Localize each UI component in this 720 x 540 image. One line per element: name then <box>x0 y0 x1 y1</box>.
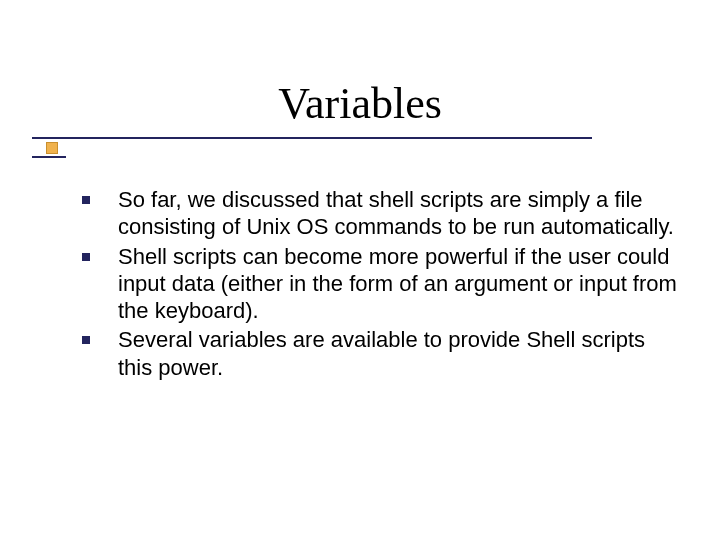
bullet-square-icon <box>82 196 90 204</box>
divider-long <box>32 137 592 139</box>
list-item: Shell scripts can become more powerful i… <box>82 243 682 325</box>
content-area: So far, we discussed that shell scripts … <box>82 186 682 383</box>
bullet-square-icon <box>82 336 90 344</box>
bullet-text: Shell scripts can become more powerful i… <box>118 243 682 325</box>
title-area: Variables <box>0 78 720 129</box>
slide-title: Variables <box>0 78 720 129</box>
accent-square-icon <box>46 142 58 154</box>
list-item: So far, we discussed that shell scripts … <box>82 186 682 241</box>
bullet-square-icon <box>82 253 90 261</box>
bullet-text: Several variables are available to provi… <box>118 326 682 381</box>
divider-short <box>32 156 66 158</box>
list-item: Several variables are available to provi… <box>82 326 682 381</box>
slide: Variables So far, we discussed that shel… <box>0 0 720 540</box>
bullet-text: So far, we discussed that shell scripts … <box>118 186 682 241</box>
